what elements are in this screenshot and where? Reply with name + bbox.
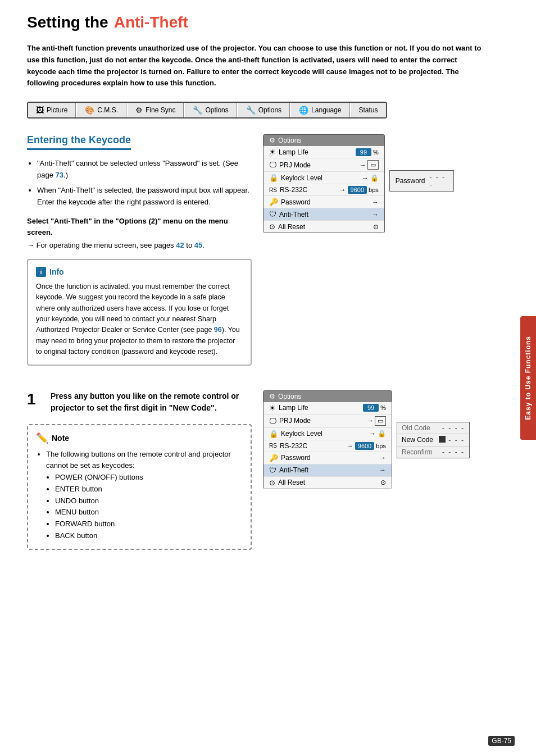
arrow-instruction: → For operating the menu screen, see pag… xyxy=(27,240,252,251)
bottom-right: ⚙ Options ☀ Lamp Life 99 % xyxy=(263,390,470,559)
allreset-icon-bottom: ⊙ xyxy=(269,479,275,487)
instruction-to: to xyxy=(184,241,194,249)
prj-label-top: PRJ Mode xyxy=(279,161,311,169)
code-row-old: Old Code - - - - xyxy=(397,422,469,434)
note-intro: The following buttons on the remote cont… xyxy=(46,449,243,472)
row-keylock-bottom: 🔒 Keylock Level → 🔒 xyxy=(264,428,392,440)
lamp-icon-bottom: ☀ xyxy=(269,404,276,412)
rs232-arrow-top: → xyxy=(339,186,346,194)
lamp-unit-bottom: % xyxy=(380,404,386,411)
password-label-bottom: Password xyxy=(281,454,311,462)
language-icon: 🌐 xyxy=(299,106,308,115)
note-icon: ✏️ xyxy=(36,432,48,444)
lamp-label-top: Lamp Life xyxy=(279,148,308,156)
allreset-symbol-bottom: ⊙ xyxy=(380,479,386,486)
row-allreset-top: ⊙ All Reset ⊙ xyxy=(264,221,384,233)
code-row-new: New Code - - - xyxy=(397,434,469,447)
password-popup-label: Password xyxy=(396,177,425,185)
rs232-value-top: 9600 xyxy=(348,186,367,194)
options-icon-top: ⚙ xyxy=(269,136,275,144)
options-panel-top: ⚙ Options ☀ Lamp Life 99 % xyxy=(263,134,385,233)
intro-paragraph: The anti-theft function prevents unautho… xyxy=(27,43,488,89)
lamp-icon-top: ☀ xyxy=(269,148,276,156)
keylock-label-bottom: Keylock Level xyxy=(281,430,322,438)
tab-picture[interactable]: 🖼 Picture xyxy=(28,103,76,117)
keylock-lock-bottom: 🔒 xyxy=(378,430,386,438)
rs232-label-top: RS-232C xyxy=(280,186,307,194)
old-code-value: - - - - xyxy=(442,424,465,432)
prj-value-area: → ▭ xyxy=(360,160,379,170)
row-left-antitheft-b: 🛡 Anti-Theft xyxy=(269,466,308,475)
password-arrow-bottom: → xyxy=(379,454,386,462)
options-panel-bottom-area: ⚙ Options ☀ Lamp Life 99 % xyxy=(263,390,470,489)
keylock-arrow-bottom: → xyxy=(369,430,376,438)
title-accent: Anti-Theft xyxy=(114,13,188,31)
step1-text: Press any button you like on the remote … xyxy=(51,390,252,414)
row-prj-mode-bottom: 🖵 PRJ Mode → ▭ xyxy=(264,415,392,428)
options-panel-bottom: ⚙ Options ☀ Lamp Life 99 % xyxy=(263,390,392,489)
new-code-rest: - - - xyxy=(448,436,465,444)
arrow-symbol: → xyxy=(27,241,37,249)
new-code-value: - - - xyxy=(439,436,465,444)
new-code-label: New Code xyxy=(402,436,435,444)
lamp-unit-top: % xyxy=(373,149,379,156)
tab-options1[interactable]: 🔧 Options xyxy=(185,103,237,117)
password-popup-area: Password - - - - xyxy=(385,170,454,192)
old-code-label: Old Code xyxy=(402,424,435,432)
page-link-96[interactable]: 96 xyxy=(214,326,222,334)
options1-icon: 🔧 xyxy=(193,106,202,115)
tab-finesync[interactable]: ⚙ Fine Sync xyxy=(128,103,184,117)
row-left-password-b: 🔑 Password xyxy=(269,454,311,462)
lamp-value-bottom: 99 xyxy=(363,404,379,412)
note-btn-2: ENTER button xyxy=(55,484,243,495)
note-btn-6: BACK button xyxy=(55,530,243,542)
prj-icon-top: 🖵 xyxy=(269,161,276,169)
note-btn-3: UNDO button xyxy=(55,495,243,507)
tab-language[interactable]: 🌐 Language xyxy=(291,103,349,117)
info-icon: i xyxy=(36,267,46,277)
row-antitheft-bottom: 🛡 Anti-Theft → xyxy=(264,464,392,477)
page-link-45[interactable]: 45 xyxy=(194,241,202,249)
note-sub-list: POWER (ON/OFF) buttons ENTER button UNDO… xyxy=(46,472,243,542)
keylock-icon-bottom: 🔒 xyxy=(269,430,278,438)
row-left-lamp-b: ☀ Lamp Life xyxy=(269,404,308,412)
allreset-symbol-top: ⊙ xyxy=(373,223,379,231)
allreset-label-bottom: All Reset xyxy=(278,479,305,486)
keylock-value-area-b: → 🔒 xyxy=(369,430,386,438)
row-left-allreset: ⊙ All Reset xyxy=(269,222,305,231)
prj-icon-bottom: 🖵 xyxy=(269,417,276,425)
info-title-label: Info xyxy=(49,267,64,276)
page-link-42[interactable]: 42 xyxy=(176,241,184,249)
row-lamp-life-bottom: ☀ Lamp Life 99 % xyxy=(264,402,392,415)
prj-mode-icon: ▭ xyxy=(367,160,379,170)
tab-options1-label: Options xyxy=(205,106,228,114)
antitheft-arrow-bottom: → xyxy=(379,466,386,474)
password-icon-bottom: 🔑 xyxy=(269,454,278,462)
row-left-keylock-b: 🔒 Keylock Level xyxy=(269,430,322,438)
prj-mode-icon-b: ▭ xyxy=(375,416,386,426)
password-popup: Password - - - - xyxy=(389,170,454,192)
right-column-top: ⚙ Options ☀ Lamp Life 99 % xyxy=(263,134,454,376)
tab-cms[interactable]: 🎨 C.M.S. xyxy=(77,103,126,117)
options2-icon: 🔧 xyxy=(246,106,256,115)
tab-status[interactable]: Status xyxy=(351,103,386,117)
page-link-73[interactable]: 73 xyxy=(56,171,63,179)
tab-options2[interactable]: 🔧 Options xyxy=(238,103,290,117)
lamp-label-bottom: Lamp Life xyxy=(279,404,308,412)
row-left-allreset-b: ⊙ All Reset xyxy=(269,479,305,487)
reconfirm-value: - - - - xyxy=(442,448,465,456)
note-btn-1: POWER (ON/OFF) buttons xyxy=(55,472,243,484)
info-box: i Info Once the function is activated, y… xyxy=(27,259,252,366)
row-left-prj: 🖵 PRJ Mode xyxy=(269,161,311,169)
title-main: Setting the xyxy=(27,13,108,31)
rs232-unit-bottom: bps xyxy=(376,443,386,449)
antitheft-icon-bottom: 🛡 xyxy=(269,466,276,475)
note-title-label: Note xyxy=(52,434,69,443)
code-popup-area: Old Code - - - - New Code - - - Reconfir… xyxy=(392,422,470,458)
instruction-text: For operating the menu screen, see pages xyxy=(37,241,176,249)
row-password-bottom: 🔑 Password → xyxy=(264,452,392,464)
rs232-label-bottom: RS-232C xyxy=(280,442,307,450)
password-icon-top: 🔑 xyxy=(269,198,278,206)
keylock-label-top: Keylock Level xyxy=(281,174,322,182)
lamp-value-area-b: 99 % xyxy=(363,404,386,412)
